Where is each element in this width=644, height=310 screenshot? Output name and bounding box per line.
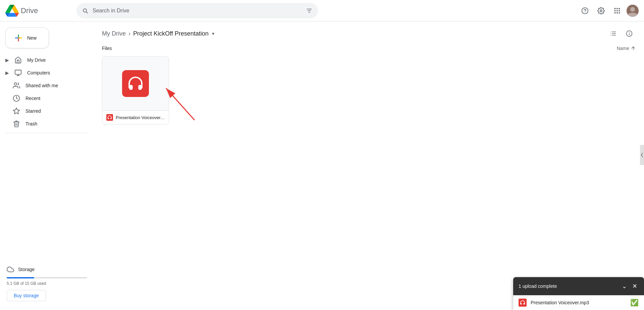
headphones-small-icon <box>107 115 112 120</box>
computers-label: Computers <box>27 70 50 75</box>
expand-arrow-icon: ▶ <box>5 57 9 63</box>
new-label: New <box>27 35 37 41</box>
svg-point-12 <box>630 7 635 12</box>
app-name: Drive <box>21 6 38 15</box>
search-filter-icon[interactable] <box>306 7 313 14</box>
sidebar-item-recent[interactable]: Recent <box>0 92 91 105</box>
list-view-icon <box>610 30 616 37</box>
storage-label-area: Storage <box>7 266 87 273</box>
shared-label: Shared with me <box>25 83 58 88</box>
apps-button[interactable] <box>610 4 624 17</box>
breadcrumb-parent[interactable]: My Drive <box>102 30 126 37</box>
svg-marker-20 <box>13 108 19 114</box>
shared-icon <box>13 82 20 89</box>
drive-logo-icon <box>5 4 19 17</box>
svg-rect-17 <box>15 70 21 74</box>
svg-rect-10 <box>619 12 620 13</box>
sort-arrow-icon <box>631 46 636 51</box>
computers-icon <box>14 69 22 76</box>
logo-area: Drive <box>5 4 72 17</box>
svg-rect-6 <box>616 10 618 11</box>
breadcrumb: My Drive › Project KickOff Presentation … <box>94 21 644 43</box>
storage-section: Storage 5.1 GB of 15 GB used Buy storage <box>0 260 94 307</box>
new-button[interactable]: New <box>5 28 49 48</box>
files-label: Files <box>102 46 112 51</box>
toast-header: 1 upload complete ⌄ ✕ <box>513 277 644 295</box>
layout: New ▶ My Drive ▶ Computers <box>0 21 644 310</box>
file-grid: Presentation Voiceover.... <box>102 56 636 124</box>
storage-bar-background <box>7 277 87 278</box>
sort-control[interactable]: Name <box>617 46 636 51</box>
file-name: Presentation Voiceover.... <box>116 115 165 120</box>
settings-button[interactable] <box>594 4 608 17</box>
my-drive-label: My Drive <box>27 57 46 63</box>
toast-file-icon <box>519 299 527 307</box>
storage-used-text: 5.1 GB of 15 GB used <box>7 281 87 286</box>
search-bar[interactable] <box>76 3 318 18</box>
file-icon-small <box>106 114 113 121</box>
sidebar-divider <box>5 133 89 133</box>
toast-file-name: Presentation Voiceover.mp3 <box>531 300 626 305</box>
toast-close-button[interactable]: ✕ <box>631 282 639 291</box>
breadcrumb-dropdown-icon[interactable]: ▾ <box>212 31 214 36</box>
files-header: Files Name <box>102 46 636 51</box>
search-icon <box>82 7 89 14</box>
sidebar-item-trash[interactable]: Trash <box>0 117 91 130</box>
sidebar-item-computers[interactable]: ▶ Computers <box>0 66 91 79</box>
toast-file-item: Presentation Voiceover.mp3 ✅ <box>513 295 644 310</box>
storage-label-text: Storage <box>18 267 35 272</box>
svg-point-18 <box>14 83 17 85</box>
toast-headphones-icon <box>520 300 525 305</box>
avatar-image <box>627 5 639 17</box>
svg-rect-7 <box>619 10 620 11</box>
file-info: Presentation Voiceover.... <box>102 110 169 124</box>
svg-rect-3 <box>616 8 618 9</box>
svg-rect-9 <box>616 12 618 13</box>
file-preview <box>102 57 169 110</box>
plus-colored-svg <box>14 33 23 43</box>
starred-icon <box>13 107 20 115</box>
starred-label: Starred <box>25 108 41 114</box>
trash-label: Trash <box>25 121 37 126</box>
info-button[interactable] <box>623 27 636 40</box>
upload-toast: 1 upload complete ⌄ ✕ Presentation Voice… <box>513 277 644 310</box>
recent-label: Recent <box>25 96 40 101</box>
main-content: My Drive › Project KickOff Presentation … <box>94 21 644 310</box>
side-panel-toggle[interactable] <box>640 145 644 165</box>
svg-point-1 <box>585 12 585 12</box>
breadcrumb-current: Project KickOff Presentation <box>133 30 209 37</box>
toast-title: 1 upload complete <box>519 283 557 289</box>
svg-point-24 <box>629 32 630 33</box>
topbar: Drive <box>0 0 644 21</box>
user-avatar[interactable] <box>627 5 639 17</box>
content-area: Files Name <box>94 43 644 310</box>
topbar-right <box>578 4 639 17</box>
recent-icon <box>13 95 20 102</box>
list-view-button[interactable] <box>606 27 620 40</box>
file-card[interactable]: Presentation Voiceover.... <box>102 56 169 124</box>
gear-icon <box>597 7 605 14</box>
toast-actions: ⌄ ✕ <box>621 282 639 291</box>
sidebar: New ▶ My Drive ▶ Computers <box>0 21 94 310</box>
toast-collapse-button[interactable]: ⌄ <box>621 282 628 291</box>
computers-expand-arrow: ▶ <box>5 70 9 75</box>
help-button[interactable] <box>578 4 592 17</box>
plus-icon <box>14 33 23 43</box>
buy-storage-button[interactable]: Buy storage <box>7 290 46 301</box>
svg-rect-2 <box>614 8 616 9</box>
search-input[interactable] <box>93 8 302 14</box>
toast-success-icon: ✅ <box>630 299 639 307</box>
sidebar-item-starred[interactable]: Starred <box>0 105 91 117</box>
svg-rect-5 <box>614 10 616 11</box>
panel-chevron-icon <box>641 152 643 158</box>
my-drive-icon <box>14 56 22 64</box>
headphones-large-icon <box>127 75 144 92</box>
info-icon <box>626 30 633 37</box>
sidebar-item-my-drive[interactable]: ▶ My Drive <box>0 54 91 66</box>
svg-rect-4 <box>619 8 620 9</box>
sidebar-item-shared[interactable]: Shared with me <box>0 79 91 92</box>
cloud-icon <box>7 266 14 273</box>
storage-bar-fill <box>7 277 34 278</box>
trash-icon <box>13 120 20 127</box>
breadcrumb-actions <box>606 27 636 40</box>
